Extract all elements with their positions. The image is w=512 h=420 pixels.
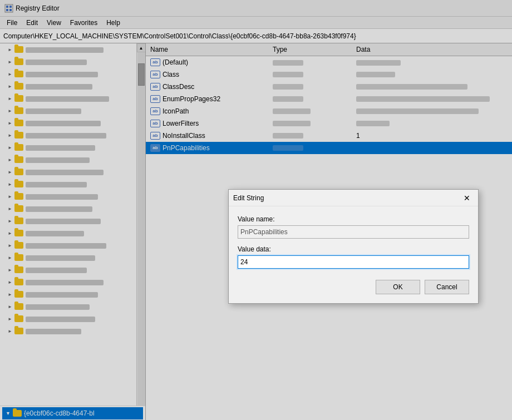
value-name-label: Value name:: [238, 215, 469, 223]
cancel-button[interactable]: Cancel: [425, 280, 469, 294]
dialog-overlay: Edit String ✕ Value name: Value data: OK…: [0, 0, 512, 420]
ok-button[interactable]: OK: [376, 280, 420, 294]
value-name-input[interactable]: [238, 225, 469, 239]
value-data-label: Value data:: [238, 245, 469, 253]
dialog-body: Value name: Value data: OK Cancel: [229, 206, 478, 303]
value-data-input[interactable]: [238, 255, 469, 269]
dialog-title-bar: Edit String ✕: [229, 190, 478, 206]
dialog-close-button[interactable]: ✕: [460, 191, 474, 205]
dialog-buttons: OK Cancel: [238, 280, 469, 294]
edit-string-dialog: Edit String ✕ Value name: Value data: OK…: [228, 189, 479, 304]
dialog-title: Edit String: [233, 194, 264, 202]
